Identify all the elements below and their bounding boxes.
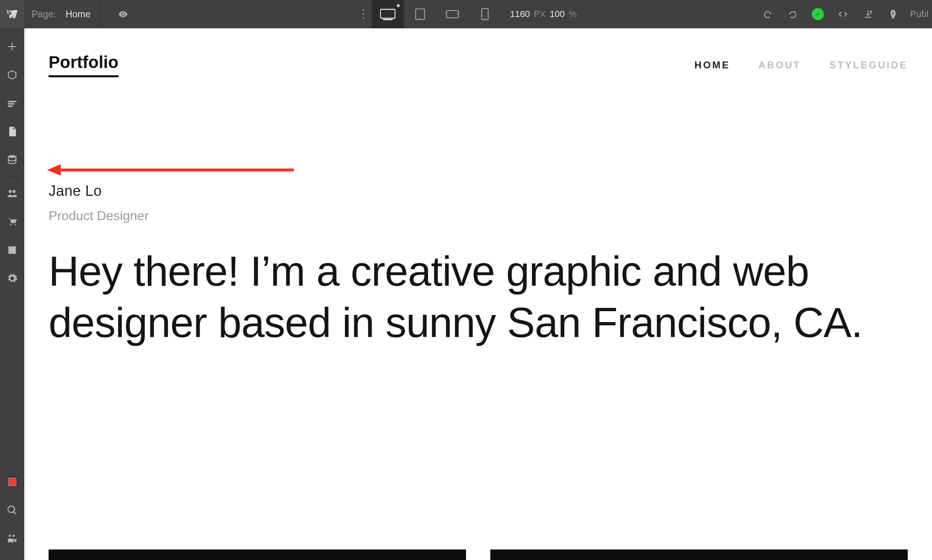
image-placeholder[interactable] bbox=[490, 549, 908, 560]
svg-point-8 bbox=[9, 155, 16, 158]
svg-rect-0 bbox=[381, 9, 395, 18]
code-button[interactable] bbox=[832, 4, 853, 25]
svg-point-10 bbox=[13, 190, 15, 193]
square-red-icon bbox=[8, 477, 17, 486]
video-icon bbox=[6, 533, 18, 544]
svg-rect-1 bbox=[383, 19, 393, 20]
ecommerce-panel-button[interactable] bbox=[0, 208, 24, 236]
publish-label[interactable]: Publ bbox=[908, 9, 930, 19]
search-button[interactable] bbox=[0, 496, 24, 524]
database-icon bbox=[6, 154, 18, 165]
add-panel-button[interactable] bbox=[0, 32, 24, 61]
page-label: Page: bbox=[32, 9, 56, 20]
device-tablet-button[interactable] bbox=[404, 0, 436, 28]
hero-role[interactable]: Product Designer bbox=[49, 208, 908, 223]
viewport-switcher: 1160 PX 100 % bbox=[355, 0, 577, 28]
audit-panel-button[interactable] bbox=[0, 468, 24, 496]
plus-icon bbox=[7, 41, 17, 52]
breakpoint-menu-button[interactable] bbox=[355, 8, 372, 20]
eye-icon bbox=[118, 9, 128, 19]
hero-headline[interactable]: Hey there! I’m a creative graphic and we… bbox=[49, 246, 908, 348]
webflow-logo-button[interactable] bbox=[0, 0, 24, 28]
redo-icon bbox=[787, 9, 798, 19]
nav-link-styleguide[interactable]: STYLEGUIDE bbox=[830, 59, 908, 71]
star-icon bbox=[396, 3, 401, 8]
site-brand[interactable]: Portfolio bbox=[49, 53, 119, 77]
canvas-zoom-unit: % bbox=[569, 9, 577, 19]
svg-point-12 bbox=[13, 535, 15, 537]
canvas-zoom-value[interactable]: 100 bbox=[550, 9, 565, 19]
publish-button-icon[interactable] bbox=[883, 4, 904, 25]
phone-portrait-icon bbox=[481, 8, 489, 21]
svg-point-11 bbox=[9, 535, 11, 537]
users-panel-button[interactable] bbox=[0, 179, 24, 208]
code-icon bbox=[838, 9, 848, 19]
undo-button[interactable] bbox=[757, 4, 778, 25]
svg-point-9 bbox=[9, 190, 12, 193]
box-icon bbox=[6, 69, 18, 81]
undo-icon bbox=[762, 9, 773, 19]
hero-section[interactable]: Jane Lo Product Designer Hey there! I’m … bbox=[24, 77, 932, 348]
cms-panel-button[interactable] bbox=[0, 146, 24, 174]
hero-name[interactable]: Jane Lo bbox=[49, 182, 908, 199]
canvas-dimensions: 1160 PX 100 % bbox=[510, 9, 577, 19]
svg-point-5 bbox=[456, 14, 457, 15]
webflow-logo-icon bbox=[6, 8, 18, 20]
device-phone-landscape-button[interactable] bbox=[436, 0, 469, 28]
desktop-icon bbox=[380, 8, 396, 20]
nav-link-home[interactable]: HOME bbox=[694, 59, 730, 71]
image-row bbox=[49, 549, 908, 560]
separator bbox=[4, 176, 21, 177]
image-placeholder[interactable] bbox=[49, 549, 466, 560]
separator bbox=[99, 0, 100, 28]
symbols-panel-button[interactable] bbox=[0, 61, 24, 89]
assets-panel-button[interactable] bbox=[0, 236, 24, 264]
rocket-icon bbox=[888, 9, 898, 19]
video-tutorials-button[interactable] bbox=[0, 524, 24, 553]
page-icon bbox=[6, 126, 18, 137]
phone-landscape-icon bbox=[446, 10, 460, 19]
left-sidebar bbox=[0, 28, 24, 560]
page-body[interactable]: Portfolio HOME ABOUT STYLEGUIDE Jane Lo … bbox=[24, 28, 932, 560]
status-ok-button[interactable] bbox=[807, 4, 828, 25]
device-desktop-button[interactable] bbox=[372, 0, 404, 28]
redo-button[interactable] bbox=[782, 4, 803, 25]
export-button[interactable] bbox=[858, 4, 879, 25]
navigator-panel-button[interactable] bbox=[0, 89, 24, 117]
svg-point-7 bbox=[484, 18, 485, 19]
svg-point-3 bbox=[419, 18, 421, 19]
cart-icon bbox=[6, 216, 18, 227]
top-toolbar: Page: Home 116 bbox=[0, 0, 932, 28]
check-circle-icon bbox=[812, 8, 824, 20]
gear-icon bbox=[6, 273, 18, 284]
canvas-width-value[interactable]: 1160 bbox=[510, 9, 530, 19]
tablet-icon bbox=[414, 8, 426, 20]
page-name-dropdown[interactable]: Home bbox=[66, 9, 90, 20]
site-navbar[interactable]: Portfolio HOME ABOUT STYLEGUIDE bbox=[24, 28, 932, 77]
site-nav-links: HOME ABOUT STYLEGUIDE bbox=[694, 59, 908, 71]
export-icon bbox=[863, 9, 873, 19]
pages-panel-button[interactable] bbox=[0, 117, 24, 146]
search-icon bbox=[6, 505, 18, 516]
image-icon bbox=[6, 244, 18, 256]
preview-button[interactable] bbox=[113, 4, 134, 25]
users-icon bbox=[6, 188, 18, 199]
layers-icon bbox=[6, 98, 18, 109]
nav-link-about[interactable]: ABOUT bbox=[758, 59, 801, 71]
canvas-width-unit: PX bbox=[534, 9, 546, 19]
device-phone-portrait-button[interactable] bbox=[469, 0, 501, 28]
settings-panel-button[interactable] bbox=[0, 264, 24, 293]
design-canvas[interactable]: Portfolio HOME ABOUT STYLEGUIDE Jane Lo … bbox=[24, 28, 932, 560]
